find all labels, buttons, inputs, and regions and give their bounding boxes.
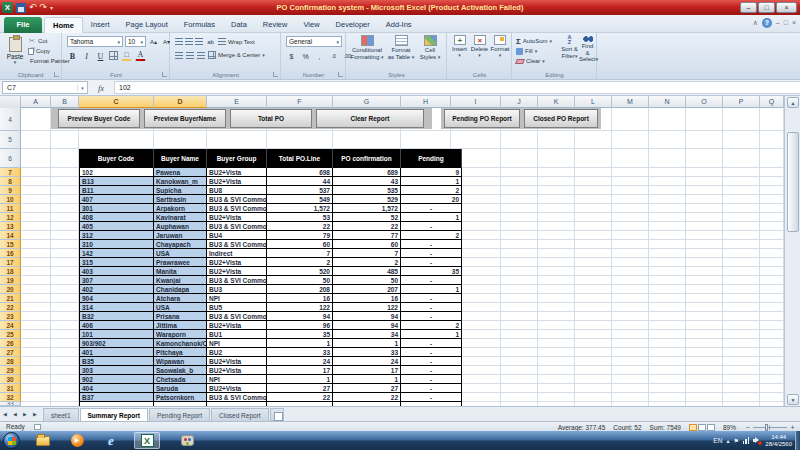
row-header-19[interactable]: 19 xyxy=(0,276,21,285)
cell[interactable]: 529 xyxy=(333,195,401,204)
cell[interactable]: Prawrawee xyxy=(154,258,207,267)
cell[interactable]: 1 xyxy=(333,339,401,348)
cell[interactable]: 689 xyxy=(333,168,401,177)
cell[interactable]: BU3 & SVI Common xyxy=(207,393,267,402)
cell[interactable]: 17 xyxy=(333,366,401,375)
row-header-10[interactable]: 10 xyxy=(0,195,21,204)
insert-worksheet-tab[interactable] xyxy=(270,408,284,421)
name-box[interactable]: C7 ▾ xyxy=(2,81,88,94)
sheet-tab-closed-report[interactable]: Closed Report xyxy=(211,408,269,421)
cell[interactable]: - xyxy=(401,204,462,213)
cell[interactable]: 22 xyxy=(267,222,333,231)
cell[interactable]: 310 xyxy=(79,240,154,249)
row-header-13[interactable]: 13 xyxy=(0,222,21,231)
cell[interactable]: 79 xyxy=(267,231,333,240)
cell[interactable]: NPI xyxy=(207,294,267,303)
cell[interactable]: BU2+Vista xyxy=(207,168,267,177)
ribbon-tab-add-ins[interactable]: Add-Ins xyxy=(378,17,420,33)
cell[interactable]: Arpakorn xyxy=(154,204,207,213)
cell[interactable]: 2 xyxy=(401,231,462,240)
macro-button-total-po[interactable]: Total PO xyxy=(230,109,312,128)
cell[interactable]: - xyxy=(401,249,462,258)
ribbon-tab-developer[interactable]: Developer xyxy=(328,17,378,33)
row-header-7[interactable]: 7 xyxy=(0,168,21,177)
cell[interactable]: BU3 & SVI Common xyxy=(207,240,267,249)
ribbon-tab-data[interactable]: Data xyxy=(223,17,255,33)
cell[interactable]: 17 xyxy=(267,366,333,375)
sheet-tab-pending-report[interactable]: Pending Report xyxy=(149,408,210,421)
cell[interactable]: 33 xyxy=(267,348,333,357)
cell[interactable]: - xyxy=(401,294,462,303)
cell[interactable]: 312 xyxy=(79,231,154,240)
macro-button-closed-po-report[interactable]: Closed PO Report xyxy=(524,109,598,128)
row-header-20[interactable]: 20 xyxy=(0,285,21,294)
maximize-button[interactable]: □ xyxy=(758,2,775,13)
doc-close-icon[interactable]: × xyxy=(792,18,796,28)
first-sheet-icon[interactable]: ◀ xyxy=(0,409,10,420)
action-center-flag-icon[interactable]: ⚑ xyxy=(733,437,738,444)
row-header-32[interactable]: 32 xyxy=(0,393,21,402)
macro-record-icon[interactable] xyxy=(34,424,41,430)
cell[interactable]: 408 xyxy=(79,213,154,222)
volume-icon[interactable] xyxy=(753,437,761,444)
cell[interactable]: - xyxy=(401,276,462,285)
cell[interactable]: 50 xyxy=(333,276,401,285)
cell[interactable]: Pawena xyxy=(154,168,207,177)
cell[interactable]: BU3 & SVI Common xyxy=(207,204,267,213)
cell[interactable]: 1 xyxy=(267,375,333,384)
cell[interactable]: 102 xyxy=(79,168,154,177)
grow-font-button[interactable]: A▴ xyxy=(148,36,159,47)
cell[interactable]: BU3 xyxy=(207,285,267,294)
column-header-M[interactable]: M xyxy=(612,96,649,108)
cell[interactable]: 94 xyxy=(267,312,333,321)
next-sheet-icon[interactable]: ▶ xyxy=(20,409,30,420)
cell[interactable]: 52 xyxy=(333,213,401,222)
cell[interactable]: BU2+Vista xyxy=(207,366,267,375)
cell[interactable]: 60 xyxy=(267,240,333,249)
copy-button[interactable]: Copy xyxy=(28,46,61,56)
cell[interactable]: 94 xyxy=(333,321,401,330)
cell[interactable]: - xyxy=(401,258,462,267)
row-header-16[interactable]: 16 xyxy=(0,249,21,258)
cell[interactable]: 7 xyxy=(267,249,333,258)
macro-button-pending-po-report[interactable]: Pending PO Report xyxy=(444,109,520,128)
cell[interactable]: 207 xyxy=(333,285,401,294)
cell[interactable]: 122 xyxy=(333,303,401,312)
undo-icon[interactable]: ↶ xyxy=(29,2,37,13)
column-header-P[interactable]: P xyxy=(723,96,760,108)
row-header-23[interactable]: 23 xyxy=(0,312,21,321)
row-header-9[interactable]: 9 xyxy=(0,186,21,195)
cell[interactable]: 22 xyxy=(267,393,333,402)
cell[interactable]: 698 xyxy=(267,168,333,177)
column-header-O[interactable]: O xyxy=(686,96,723,108)
cell[interactable]: 27 xyxy=(333,384,401,393)
cell[interactable]: Chayapach xyxy=(154,240,207,249)
language-indicator[interactable]: EN xyxy=(713,437,722,444)
underline-button[interactable]: U xyxy=(95,50,106,61)
cell[interactable]: Indirect xyxy=(207,249,267,258)
cell[interactable]: 101 xyxy=(79,330,154,339)
cell[interactable]: BU2+Vista xyxy=(207,357,267,366)
qat-customize-caret-icon[interactable]: ▾ xyxy=(50,4,53,11)
cell[interactable]: 96 xyxy=(267,321,333,330)
row-header-31[interactable]: 31 xyxy=(0,384,21,393)
fill-button[interactable]: Fill▾ xyxy=(516,46,562,56)
cell[interactable]: 16 xyxy=(333,294,401,303)
prev-sheet-icon[interactable]: ◀ xyxy=(10,409,20,420)
select-all-corner[interactable] xyxy=(0,96,21,108)
cell[interactable]: 2 xyxy=(401,186,462,195)
cell[interactable]: 2 xyxy=(333,258,401,267)
row-header-24[interactable]: 24 xyxy=(0,321,21,330)
cell[interactable]: Supicha xyxy=(154,186,207,195)
cell[interactable]: B11 xyxy=(79,186,154,195)
cell[interactable]: 16 xyxy=(267,294,333,303)
cell[interactable]: Manita xyxy=(154,267,207,276)
name-box-caret-icon[interactable]: ▾ xyxy=(77,85,87,91)
cell[interactable]: 1,572 xyxy=(333,204,401,213)
cell[interactable]: 53 xyxy=(267,213,333,222)
row-header-12[interactable]: 12 xyxy=(0,213,21,222)
cell[interactable]: 903/902 xyxy=(79,339,154,348)
format-cells-button[interactable]: Format▾ xyxy=(490,35,510,57)
cell[interactable]: BU5 xyxy=(207,303,267,312)
macro-button-preview-buyer-code[interactable]: Preview Buyer Code xyxy=(58,109,140,128)
